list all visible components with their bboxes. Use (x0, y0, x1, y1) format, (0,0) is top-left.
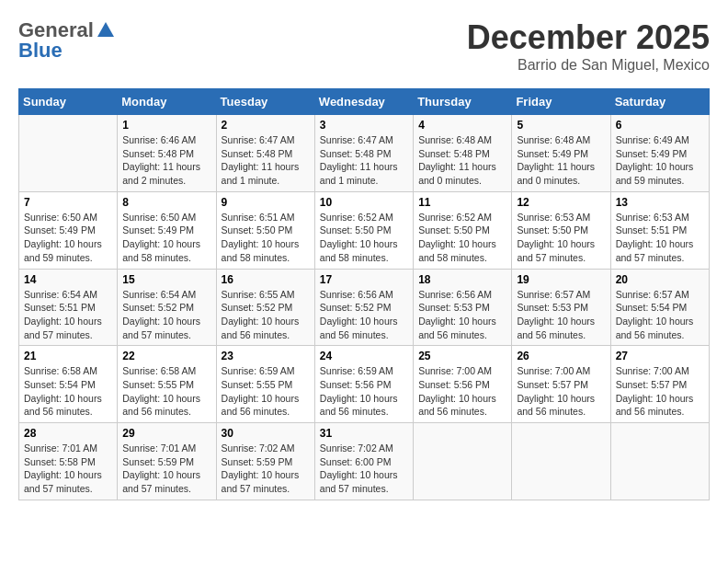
logo-icon (96, 20, 116, 40)
calendar-cell: 22Sunrise: 6:58 AM Sunset: 5:55 PM Dayli… (118, 346, 216, 423)
day-info: Sunrise: 6:56 AM Sunset: 5:53 PM Dayligh… (418, 288, 506, 342)
day-info: Sunrise: 7:00 AM Sunset: 5:57 PM Dayligh… (517, 364, 605, 419)
calendar-cell: 28Sunrise: 7:01 AM Sunset: 5:58 PM Dayli… (19, 423, 118, 500)
calendar-cell: 3Sunrise: 6:47 AM Sunset: 5:48 PM Daylig… (314, 115, 413, 192)
day-info: Sunrise: 7:02 AM Sunset: 5:59 PM Dayligh… (222, 442, 310, 496)
calendar-week-4: 21Sunrise: 6:58 AM Sunset: 5:54 PM Dayli… (19, 346, 710, 423)
column-header-sunday: Sunday (19, 89, 118, 115)
calendar-cell: 5Sunrise: 6:48 AM Sunset: 5:49 PM Daylig… (512, 115, 610, 192)
day-info: Sunrise: 6:50 AM Sunset: 5:49 PM Dayligh… (24, 211, 112, 265)
day-info: Sunrise: 6:46 AM Sunset: 5:48 PM Dayligh… (122, 133, 210, 188)
day-number: 6 (616, 119, 704, 132)
calendar-cell: 15Sunrise: 6:54 AM Sunset: 5:52 PM Dayli… (118, 269, 216, 346)
day-number: 24 (320, 350, 408, 362)
calendar-cell: 7Sunrise: 6:50 AM Sunset: 5:49 PM Daylig… (19, 191, 118, 269)
calendar-cell: 8Sunrise: 6:50 AM Sunset: 5:49 PM Daylig… (118, 191, 216, 269)
calendar-cell: 24Sunrise: 6:59 AM Sunset: 5:56 PM Dayli… (314, 346, 413, 423)
column-header-wednesday: Wednesday (314, 89, 413, 115)
calendar-cell (610, 423, 709, 500)
calendar-week-3: 14Sunrise: 6:54 AM Sunset: 5:51 PM Dayli… (19, 269, 710, 346)
day-info: Sunrise: 6:51 AM Sunset: 5:50 PM Dayligh… (222, 211, 310, 265)
day-info: Sunrise: 6:48 AM Sunset: 5:48 PM Dayligh… (418, 133, 506, 188)
day-info: Sunrise: 7:02 AM Sunset: 6:00 PM Dayligh… (320, 442, 408, 496)
day-number: 13 (616, 196, 704, 209)
page-header: General Blue December 2025 Barrio de San… (18, 18, 710, 74)
calendar-cell: 23Sunrise: 6:59 AM Sunset: 5:55 PM Dayli… (216, 346, 314, 423)
day-info: Sunrise: 6:48 AM Sunset: 5:49 PM Dayligh… (517, 133, 605, 188)
day-info: Sunrise: 6:58 AM Sunset: 5:55 PM Dayligh… (122, 364, 210, 419)
day-number: 2 (222, 119, 310, 132)
day-info: Sunrise: 6:54 AM Sunset: 5:51 PM Dayligh… (24, 288, 112, 342)
column-header-thursday: Thursday (414, 89, 512, 115)
calendar-cell (414, 423, 512, 500)
day-info: Sunrise: 6:54 AM Sunset: 5:52 PM Dayligh… (122, 288, 210, 342)
day-number: 26 (517, 350, 605, 362)
calendar-cell: 18Sunrise: 6:56 AM Sunset: 5:53 PM Dayli… (414, 269, 512, 346)
calendar-week-1: 1Sunrise: 6:46 AM Sunset: 5:48 PM Daylig… (19, 115, 710, 192)
day-number: 23 (222, 350, 310, 362)
day-info: Sunrise: 6:52 AM Sunset: 5:50 PM Dayligh… (320, 211, 408, 265)
day-number: 9 (222, 196, 310, 209)
day-number: 15 (122, 273, 210, 286)
day-number: 16 (222, 273, 310, 286)
day-info: Sunrise: 7:00 AM Sunset: 5:56 PM Dayligh… (418, 364, 506, 419)
day-info: Sunrise: 6:53 AM Sunset: 5:51 PM Dayligh… (616, 211, 704, 265)
calendar-week-2: 7Sunrise: 6:50 AM Sunset: 5:49 PM Daylig… (19, 191, 710, 269)
day-number: 25 (418, 350, 506, 362)
calendar-cell: 26Sunrise: 7:00 AM Sunset: 5:57 PM Dayli… (512, 346, 610, 423)
day-number: 12 (517, 196, 605, 209)
month-title: December 2025 (467, 18, 710, 57)
day-info: Sunrise: 7:01 AM Sunset: 5:58 PM Dayligh… (24, 442, 112, 496)
day-number: 8 (122, 196, 210, 209)
calendar-cell: 9Sunrise: 6:51 AM Sunset: 5:50 PM Daylig… (216, 191, 314, 269)
calendar-header-row: SundayMondayTuesdayWednesdayThursdayFrid… (19, 89, 710, 115)
calendar-cell: 14Sunrise: 6:54 AM Sunset: 5:51 PM Dayli… (19, 269, 118, 346)
day-number: 20 (616, 273, 704, 286)
calendar-cell: 16Sunrise: 6:55 AM Sunset: 5:52 PM Dayli… (216, 269, 314, 346)
day-number: 27 (616, 350, 704, 362)
day-info: Sunrise: 6:52 AM Sunset: 5:50 PM Dayligh… (418, 211, 506, 265)
day-info: Sunrise: 6:57 AM Sunset: 5:53 PM Dayligh… (517, 288, 605, 342)
day-number: 19 (517, 273, 605, 286)
day-number: 31 (320, 427, 408, 440)
day-number: 1 (122, 119, 210, 132)
day-number: 11 (418, 196, 506, 209)
day-number: 14 (24, 273, 112, 286)
column-header-saturday: Saturday (610, 89, 709, 115)
day-info: Sunrise: 6:50 AM Sunset: 5:49 PM Dayligh… (122, 211, 210, 265)
column-header-friday: Friday (512, 89, 610, 115)
day-number: 4 (418, 119, 506, 132)
day-number: 3 (320, 119, 408, 132)
day-info: Sunrise: 6:53 AM Sunset: 5:50 PM Dayligh… (517, 211, 605, 265)
day-number: 21 (24, 350, 112, 362)
calendar-cell: 31Sunrise: 7:02 AM Sunset: 6:00 PM Dayli… (314, 423, 413, 500)
calendar-table: SundayMondayTuesdayWednesdayThursdayFrid… (18, 88, 710, 500)
calendar-cell (19, 115, 118, 192)
location: Barrio de San Miguel, Mexico (467, 57, 710, 74)
day-number: 7 (24, 196, 112, 209)
day-number: 28 (24, 427, 112, 440)
calendar-cell: 11Sunrise: 6:52 AM Sunset: 5:50 PM Dayli… (414, 191, 512, 269)
calendar-cell: 1Sunrise: 6:46 AM Sunset: 5:48 PM Daylig… (118, 115, 216, 192)
day-number: 18 (418, 273, 506, 286)
day-info: Sunrise: 6:56 AM Sunset: 5:52 PM Dayligh… (320, 288, 408, 342)
day-number: 29 (122, 427, 210, 440)
calendar-cell: 10Sunrise: 6:52 AM Sunset: 5:50 PM Dayli… (314, 191, 413, 269)
day-info: Sunrise: 6:55 AM Sunset: 5:52 PM Dayligh… (222, 288, 310, 342)
calendar-cell: 30Sunrise: 7:02 AM Sunset: 5:59 PM Dayli… (216, 423, 314, 500)
day-info: Sunrise: 6:59 AM Sunset: 5:55 PM Dayligh… (222, 364, 310, 419)
calendar-cell: 27Sunrise: 7:00 AM Sunset: 5:57 PM Dayli… (610, 346, 709, 423)
day-info: Sunrise: 7:01 AM Sunset: 5:59 PM Dayligh… (122, 442, 210, 496)
calendar-cell: 20Sunrise: 6:57 AM Sunset: 5:54 PM Dayli… (610, 269, 709, 346)
column-header-monday: Monday (118, 89, 216, 115)
logo-blue-text: Blue (18, 39, 63, 63)
day-info: Sunrise: 6:57 AM Sunset: 5:54 PM Dayligh… (616, 288, 704, 342)
day-info: Sunrise: 6:49 AM Sunset: 5:49 PM Dayligh… (616, 133, 704, 188)
calendar-cell: 25Sunrise: 7:00 AM Sunset: 5:56 PM Dayli… (414, 346, 512, 423)
calendar-cell: 21Sunrise: 6:58 AM Sunset: 5:54 PM Dayli… (19, 346, 118, 423)
calendar-cell: 29Sunrise: 7:01 AM Sunset: 5:59 PM Dayli… (118, 423, 216, 500)
day-number: 10 (320, 196, 408, 209)
calendar-cell: 4Sunrise: 6:48 AM Sunset: 5:48 PM Daylig… (414, 115, 512, 192)
day-info: Sunrise: 7:00 AM Sunset: 5:57 PM Dayligh… (616, 364, 704, 419)
day-info: Sunrise: 6:47 AM Sunset: 5:48 PM Dayligh… (222, 133, 310, 188)
